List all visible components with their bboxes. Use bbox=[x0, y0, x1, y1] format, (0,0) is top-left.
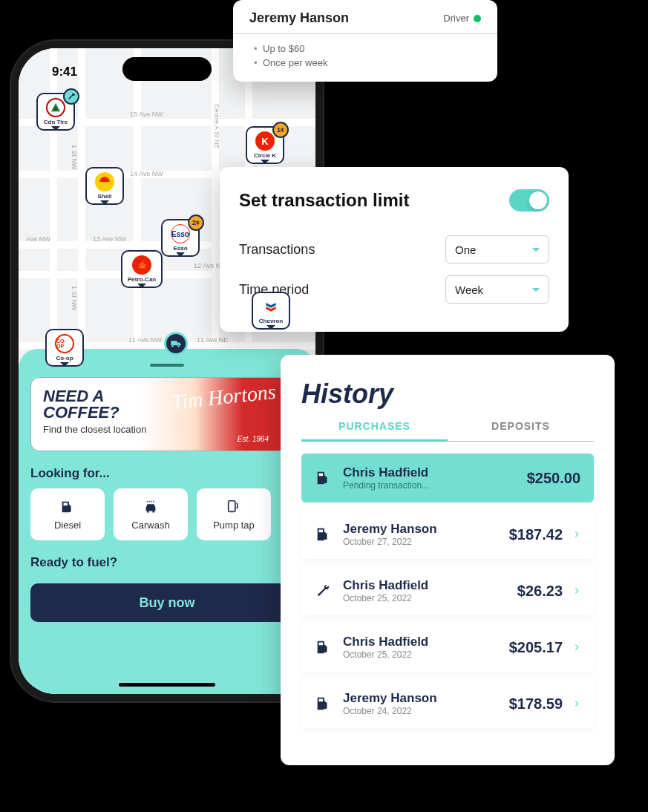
svg-rect-5 bbox=[319, 530, 324, 533]
road-label: 15 Ave NW bbox=[130, 111, 163, 118]
fuel-icon bbox=[315, 526, 333, 543]
drag-handle[interactable] bbox=[150, 364, 184, 367]
chevron-right-icon bbox=[573, 529, 580, 540]
history-tabs: PURCHASES DEPOSITS bbox=[301, 420, 594, 442]
map-pin-shell[interactable]: Shell bbox=[85, 167, 124, 205]
svg-point-2 bbox=[152, 511, 154, 513]
time-period-select[interactable]: Week bbox=[445, 275, 549, 304]
category-chips: Diesel Carwash Pump tap bbox=[30, 488, 304, 540]
promo-sub: Find the closest location bbox=[43, 424, 291, 435]
road-label: 11 Ave NE bbox=[197, 336, 228, 344]
transactions-select[interactable]: One bbox=[445, 235, 549, 263]
transaction-row[interactable]: Jeremy HansonOctober 27, 2022$187.42 bbox=[301, 510, 594, 559]
road-label: 14 Ave NW bbox=[130, 170, 163, 177]
tx-sub: October 25, 2022 bbox=[343, 649, 499, 660]
svg-rect-4 bbox=[319, 474, 324, 477]
fuel-icon bbox=[315, 470, 333, 486]
transaction-row[interactable]: Jeremy HansonOctober 24, 2022$178.59 bbox=[301, 679, 594, 728]
tx-amount: $205.17 bbox=[509, 639, 563, 656]
road-label: 1 St NW bbox=[71, 145, 78, 170]
brand-est: Est. 1964 bbox=[238, 435, 269, 443]
map-pin-cdntire[interactable]: Cdn Tire bbox=[36, 93, 75, 131]
chevron-down-icon bbox=[532, 248, 540, 255]
pin-label: Co-op bbox=[56, 355, 73, 361]
notch bbox=[122, 57, 212, 81]
tx-sub: October 25, 2022 bbox=[343, 593, 507, 603]
driver-name: Jeremy Hanson bbox=[249, 10, 349, 26]
svg-rect-7 bbox=[319, 699, 324, 702]
pin-label: Circle K bbox=[254, 152, 276, 159]
tab-purchases[interactable]: PURCHASES bbox=[301, 420, 448, 442]
phone-frame: 9:41 15 Ave NW 14 Ave NW Ave NW 13 Ave N… bbox=[11, 41, 323, 701]
map-pin-petrocan[interactable]: 🍁 Petro-Can bbox=[121, 250, 163, 288]
tx-amount: $250.00 bbox=[527, 470, 580, 487]
phone-screen: 9:41 15 Ave NW 14 Ave NW Ave NW 13 Ave N… bbox=[19, 48, 315, 694]
tx-sub: October 24, 2022 bbox=[343, 706, 499, 716]
status-dot-icon bbox=[474, 15, 481, 22]
limit-title: Set transaction limit bbox=[239, 190, 409, 211]
chip-carwash[interactable]: Carwash bbox=[114, 488, 188, 540]
limit-toggle[interactable] bbox=[509, 189, 549, 212]
pin-label: Chevron bbox=[259, 318, 283, 324]
svg-rect-0 bbox=[64, 502, 68, 505]
chip-label: Diesel bbox=[54, 520, 81, 531]
map-pin-coop[interactable]: CO-OP Co-op bbox=[45, 329, 84, 367]
limit-row: Transactions One bbox=[239, 229, 549, 269]
limit-item: Up to $60 bbox=[254, 42, 481, 56]
map-pin-circlek[interactable]: K Circle K 1¢ bbox=[246, 126, 284, 164]
chevron-down-icon bbox=[532, 288, 540, 295]
pin-label: Petro-Can bbox=[128, 276, 156, 283]
looking-for-heading: Looking for... bbox=[30, 466, 304, 481]
promo-title-l2: COFFEE? bbox=[43, 405, 291, 421]
fuel-icon bbox=[315, 639, 333, 655]
ready-heading: Ready to fuel? bbox=[30, 555, 304, 570]
driver-limits: Up to $60 Once per week bbox=[249, 42, 481, 70]
tab-deposits[interactable]: DEPOSITS bbox=[448, 420, 594, 442]
svg-point-1 bbox=[147, 511, 149, 513]
cashback-badge: 2¢ bbox=[188, 215, 204, 231]
chevron-right-icon bbox=[573, 586, 580, 596]
pin-label: Shell bbox=[97, 193, 111, 200]
shell-icon bbox=[98, 175, 111, 189]
tx-sub: Pending transaction... bbox=[343, 480, 517, 491]
svg-rect-6 bbox=[319, 643, 324, 646]
chip-label: Pump tap bbox=[213, 520, 255, 531]
pin-label: Esso bbox=[173, 245, 187, 252]
divider bbox=[233, 33, 497, 34]
transaction-row[interactable]: Chris HadfieldPending transaction...$250… bbox=[301, 454, 594, 502]
chip-diesel[interactable]: Diesel bbox=[30, 488, 105, 540]
buy-now-button[interactable]: Buy now bbox=[30, 583, 304, 622]
tx-sub: October 27, 2022 bbox=[343, 537, 499, 547]
tx-name: Chris Hadfield bbox=[343, 578, 507, 593]
tx-amount: $178.59 bbox=[509, 695, 563, 713]
tx-amount: $187.42 bbox=[509, 526, 563, 543]
fuel-icon bbox=[315, 695, 333, 712]
transaction-row[interactable]: Chris HadfieldOctober 25, 2022$205.17 bbox=[301, 623, 594, 672]
tx-name: Jeremy Hanson bbox=[343, 522, 499, 537]
tx-name: Chris Hadfield bbox=[343, 465, 517, 480]
tx-name: Chris Hadfield bbox=[343, 635, 499, 649]
chevron-logo-icon bbox=[264, 299, 278, 314]
history-title: History bbox=[301, 379, 594, 410]
map-pin-chevron[interactable]: Chevron bbox=[252, 292, 290, 330]
driver-card: Jeremy Hanson Driver Up to $60 Once per … bbox=[233, 0, 497, 82]
pin-label: Cdn Tire bbox=[44, 119, 68, 125]
chevron-right-icon bbox=[573, 642, 580, 652]
status-clock: 9:41 bbox=[52, 65, 77, 79]
bottom-sheet[interactable]: NEED A COFFEE? Find the closest location… bbox=[19, 349, 315, 694]
limit-item: Once per week bbox=[254, 56, 481, 70]
map-pin-esso[interactable]: Esso Esso 2¢ bbox=[161, 219, 200, 257]
carwash-icon bbox=[143, 499, 159, 515]
history-card: History PURCHASES DEPOSITS Chris Hadfiel… bbox=[281, 355, 615, 765]
transaction-list: Chris HadfieldPending transaction...$250… bbox=[301, 454, 594, 728]
cashback-badge: 1¢ bbox=[272, 122, 289, 138]
transaction-row[interactable]: Chris HadfieldOctober 25, 2022$26.23 bbox=[301, 566, 594, 615]
chevron-right-icon bbox=[573, 698, 580, 709]
promo-card[interactable]: NEED A COFFEE? Find the closest location… bbox=[30, 377, 304, 451]
home-indicator[interactable] bbox=[119, 683, 215, 687]
tx-amount: $26.23 bbox=[517, 583, 563, 600]
chip-pumptap[interactable]: Pump tap bbox=[197, 488, 271, 540]
chip-label: Carwash bbox=[131, 520, 169, 531]
user-location-icon bbox=[164, 332, 188, 356]
road-label: 11 Ave NW bbox=[128, 336, 162, 344]
